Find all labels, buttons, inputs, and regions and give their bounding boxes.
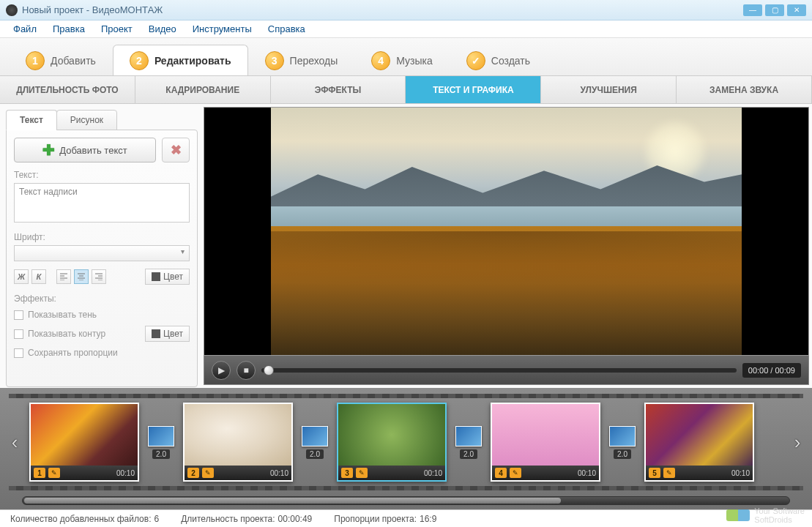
shadow-label: Показывать тень bbox=[28, 310, 97, 320]
step-create[interactable]: ✓ Создать bbox=[450, 45, 547, 75]
timeline-clip[interactable]: 2 ✎ 00:10 bbox=[183, 403, 293, 482]
timeline-scroll-left[interactable]: ‹ bbox=[7, 424, 22, 460]
stop-button[interactable]: ■ bbox=[236, 361, 256, 380]
scrollbar-thumb[interactable] bbox=[24, 498, 561, 504]
italic-button[interactable]: К bbox=[31, 269, 46, 284]
step-edit-label: Редактировать bbox=[154, 55, 231, 67]
effects-label: Эффекты: bbox=[14, 294, 190, 304]
status-files-label: Количество добавленных файлов: bbox=[10, 514, 151, 524]
step-add[interactable]: 1 Добавить bbox=[9, 45, 113, 75]
text-properties-panel: Текст Рисунок ✚ Добавить текст ✖ Текст: … bbox=[0, 104, 204, 388]
close-button[interactable]: ✕ bbox=[787, 4, 806, 16]
status-files-value: 6 bbox=[154, 514, 159, 524]
add-text-button[interactable]: ✚ Добавить текст bbox=[14, 138, 156, 162]
subtab-effects[interactable]: ЭФФЕКТЫ bbox=[271, 76, 406, 103]
timeline-clip[interactable]: 5 ✎ 00:10 bbox=[644, 403, 754, 482]
menu-help[interactable]: Справка bbox=[262, 22, 311, 36]
player-controls: ▶ ■ 00:00 / 00:09 bbox=[204, 356, 809, 385]
step-edit[interactable]: 2 Редактировать bbox=[113, 45, 248, 75]
outline-color-button[interactable]: Цвет bbox=[145, 326, 190, 342]
outline-label: Показывать контур bbox=[28, 329, 105, 339]
transition-duration: 2.0 bbox=[614, 449, 631, 459]
bold-button[interactable]: Ж bbox=[14, 269, 29, 284]
transition-duration: 2.0 bbox=[306, 449, 324, 459]
subtab-text-graphics[interactable]: ТЕКСТ И ГРАФИКА bbox=[406, 76, 541, 103]
align-center-button[interactable] bbox=[74, 269, 89, 284]
preview-frame bbox=[271, 108, 742, 355]
pencil-icon[interactable]: ✎ bbox=[510, 468, 521, 478]
clip-thumbnail bbox=[338, 404, 445, 466]
play-button[interactable]: ▶ bbox=[212, 361, 231, 380]
pencil-icon[interactable]: ✎ bbox=[202, 468, 214, 478]
filmstrip-decor bbox=[9, 486, 803, 490]
text-color-button[interactable]: Цвет bbox=[145, 269, 190, 285]
menu-edit[interactable]: Правка bbox=[47, 22, 91, 36]
inner-tab-image[interactable]: Рисунок bbox=[56, 110, 117, 130]
align-right-button[interactable] bbox=[92, 269, 106, 284]
keep-proportions-checkbox[interactable] bbox=[14, 348, 23, 358]
caption-text-input[interactable] bbox=[14, 183, 190, 223]
clip-index: 5 bbox=[649, 468, 660, 478]
watermark-logo-icon bbox=[726, 509, 750, 521]
step-music[interactable]: 4 Музыка bbox=[354, 45, 450, 75]
plus-icon: ✚ bbox=[42, 141, 55, 159]
clip-duration: 00:10 bbox=[578, 469, 596, 477]
delete-text-button[interactable]: ✖ bbox=[162, 138, 190, 162]
x-icon: ✖ bbox=[171, 142, 182, 158]
transition-slot[interactable]: 2.0 bbox=[300, 426, 329, 459]
app-icon bbox=[6, 4, 18, 16]
font-label: Шрифт: bbox=[14, 232, 190, 242]
transition-thumbnail[interactable] bbox=[609, 426, 636, 446]
step-transitions-label: Переходы bbox=[290, 55, 338, 67]
pencil-icon[interactable]: ✎ bbox=[663, 468, 675, 478]
pencil-icon[interactable]: ✎ bbox=[356, 468, 368, 478]
timeline-clip[interactable]: 1 ✎ 00:10 bbox=[29, 403, 139, 482]
inner-tab-text[interactable]: Текст bbox=[6, 110, 57, 130]
subtab-audio-replace[interactable]: ЗАМЕНА ЗВУКА bbox=[677, 76, 812, 103]
preview-viewport[interactable] bbox=[204, 107, 809, 356]
subtab-crop[interactable]: КАДРИРОВАНИЕ bbox=[135, 76, 271, 103]
transition-duration: 2.0 bbox=[152, 449, 170, 459]
subtab-enhance[interactable]: УЛУЧШЕНИЯ bbox=[541, 76, 677, 103]
transition-thumbnail[interactable] bbox=[302, 426, 328, 446]
transition-duration: 2.0 bbox=[460, 449, 477, 459]
seek-slider[interactable] bbox=[261, 368, 737, 373]
color-swatch-icon bbox=[152, 272, 160, 281]
timeline-scrollbar[interactable] bbox=[22, 496, 790, 505]
clip-index: 2 bbox=[187, 468, 199, 478]
step-add-label: Добавить bbox=[51, 55, 96, 67]
timeline-clip[interactable]: 3 ✎ 00:10 bbox=[337, 403, 447, 482]
watermark-line1: Your Software bbox=[754, 507, 805, 515]
timeline-scroll-right[interactable]: › bbox=[790, 424, 805, 460]
menu-file[interactable]: Файл bbox=[7, 22, 42, 36]
outline-checkbox[interactable] bbox=[14, 329, 23, 339]
transition-slot[interactable]: 2.0 bbox=[454, 426, 483, 459]
transition-slot[interactable]: 2.0 bbox=[146, 426, 176, 459]
menu-project[interactable]: Проект bbox=[95, 22, 138, 36]
transition-slot[interactable]: 2.0 bbox=[608, 426, 637, 459]
font-select[interactable] bbox=[14, 245, 190, 261]
step-transitions[interactable]: 3 Переходы bbox=[248, 45, 355, 75]
clip-thumbnail bbox=[646, 404, 753, 466]
minimize-button[interactable]: — bbox=[743, 4, 762, 16]
pencil-icon[interactable]: ✎ bbox=[48, 468, 60, 478]
status-duration-label: Длительность проекта: bbox=[181, 514, 275, 524]
seek-handle-icon[interactable] bbox=[264, 365, 274, 375]
status-aspect-label: Пропорции проекта: bbox=[334, 514, 417, 524]
step-2-icon: 2 bbox=[130, 51, 149, 70]
menu-tools[interactable]: Инструменты bbox=[187, 22, 258, 36]
text-color-label: Цвет bbox=[163, 272, 183, 282]
menu-video[interactable]: Видео bbox=[143, 22, 182, 36]
statusbar: Количество добавленных файлов: 6 Длитель… bbox=[0, 509, 812, 527]
subtab-duration[interactable]: ДЛИТЕЛЬНОСТЬ ФОТО bbox=[0, 76, 135, 103]
transition-thumbnail[interactable] bbox=[148, 426, 174, 446]
clip-thumbnail bbox=[185, 404, 291, 466]
status-duration-value: 00:00:49 bbox=[278, 514, 313, 524]
clip-duration: 00:10 bbox=[424, 469, 442, 477]
shadow-checkbox[interactable] bbox=[14, 310, 23, 320]
align-left-button[interactable] bbox=[56, 269, 71, 284]
step-1-icon: 1 bbox=[26, 51, 45, 70]
transition-thumbnail[interactable] bbox=[455, 426, 482, 446]
maximize-button[interactable]: ▢ bbox=[765, 4, 784, 16]
timeline-clip[interactable]: 4 ✎ 00:10 bbox=[491, 403, 600, 482]
